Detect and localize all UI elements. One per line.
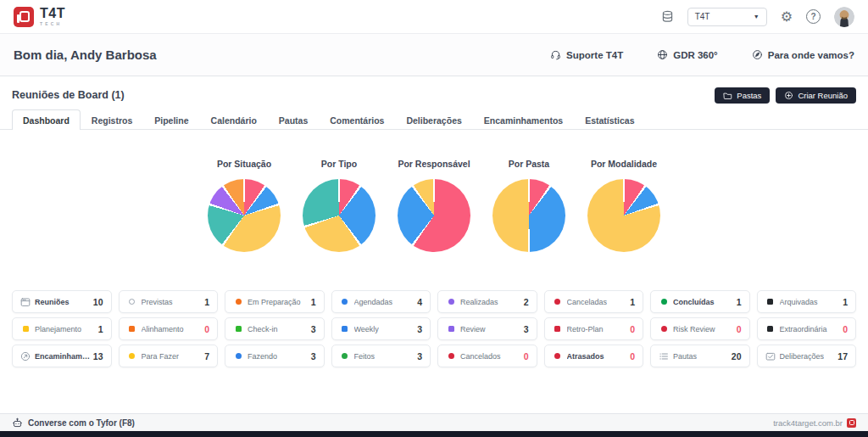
deliberacoes-icon [765,351,776,361]
pie-por-pasta[interactable] [492,179,565,252]
stat-card-cancelados[interactable]: Cancelados0 [437,345,537,367]
extraordinaria-icon [765,324,776,334]
pautas-icon [659,351,669,361]
quick-link-label: Para onde vamos? [768,50,854,60]
stat-card-alinhamento[interactable]: Alinhamento0 [119,317,219,340]
stat-value: 3 [524,324,529,334]
help-icon[interactable]: ? [806,9,821,24]
pie-chart-por-pasta: Por Pasta [492,159,566,252]
reunioes-icon [20,297,31,307]
stat-value: 7 [204,351,209,361]
pie-por-situacao[interactable] [208,179,281,252]
quick-link-suporte-t4t[interactable]: Suporte T4T [550,49,623,60]
stat-value: 4 [417,297,422,307]
tab-deliberacoes[interactable]: Deliberações [395,109,472,130]
em-preparacao-icon [233,297,243,307]
stat-card-para-fazer[interactable]: Para Fazer7 [119,345,219,367]
avatar[interactable] [834,7,854,27]
topbar-actions: T4T ▼ ⚙ ? [661,7,854,27]
tab-pipeline[interactable]: Pipeline [143,109,199,130]
stat-card-check-in[interactable]: Check-in3 [225,317,325,340]
stat-card-previstas[interactable]: Previstas1 [119,290,219,313]
retro-plan-icon [553,324,563,334]
stat-card-realizadas[interactable]: Realizadas2 [437,290,537,313]
tab-pautas[interactable]: Pautas [268,109,319,130]
org-select[interactable]: T4T ▼ [687,8,767,26]
tab-registros[interactable]: Registros [81,109,143,130]
stat-card-canceladas[interactable]: Canceladas1 [544,290,644,313]
cancelados-icon [446,351,456,361]
tab-comentarios[interactable]: Comentários [319,109,395,130]
board-section-header: Reuniões de Board (1) PastasCriar Reuniã… [0,85,868,105]
stat-card-review[interactable]: Review3 [437,317,537,340]
stat-value: 0 [737,324,742,334]
stat-card-retro-plan[interactable]: Retro-Plan0 [544,317,644,340]
quick-link-gdr-360[interactable]: GDR 360° [657,49,718,60]
board-actions: PastasCriar Reunião [715,87,856,104]
stat-card-extraordinaria[interactable]: Extraordinária0 [757,317,857,340]
stat-value: 1 [737,297,742,307]
stat-label: Risk Review [673,325,715,333]
stat-card-concluidas[interactable]: Concluídas1 [650,290,750,313]
stat-card-feitos[interactable]: Feitos3 [331,345,431,367]
org-select-value: T4T [695,12,710,21]
page-title: Bom dia, Andy Barbosa [14,48,157,62]
stat-label: Em Preparação [248,298,301,306]
stat-card-arquivadas[interactable]: Arquivadas1 [757,290,857,313]
tab-calendario[interactable]: Calendário [200,109,268,130]
quick-link-label: Suporte T4T [566,50,623,60]
t4t-logo[interactable]: T4T TECH [14,7,65,27]
tab-dashboard[interactable]: Dashboard [12,109,81,130]
quick-links: Suporte T4TGDR 360°Para onde vamos? [550,49,854,60]
tab-estatisticas[interactable]: Estatísticas [574,109,645,130]
pie-charts-row: Por SituaçãoPor TipoPor ResponsávelPor P… [0,159,868,252]
stat-card-reunioes[interactable]: Reuniões10 [12,290,112,313]
stat-card-planejamento[interactable]: Planejamento1 [12,317,112,340]
stat-label: Retro-Plan [567,325,604,333]
greeting-bar: Bom dia, Andy Barbosa Suporte T4TGDR 360… [0,34,868,76]
pie-por-tipo[interactable] [303,179,376,252]
weekly-icon [340,324,350,334]
criar-reuniao-button[interactable]: Criar Reunião [776,87,856,104]
chat-label: Converse com o Tyfor (F8) [28,418,135,428]
stat-card-fazendo[interactable]: Fazendo3 [225,345,325,367]
stat-card-agendadas[interactable]: Agendadas4 [331,290,431,313]
stat-label: Feitos [354,352,376,361]
pie-por-responsavel[interactable] [398,179,470,252]
stat-cards-grid: Reuniões10Previstas1Em Preparação1Agenda… [0,290,868,367]
stat-label: Review [460,325,486,333]
stat-card-deliberacoes[interactable]: Deliberações17 [757,345,857,367]
realizadas-icon [446,297,456,307]
database-icon[interactable] [661,10,674,23]
stat-card-em-preparacao[interactable]: Em Preparação1 [225,290,325,313]
main-content: Reuniões de Board (1) PastasCriar Reuniã… [0,76,868,413]
tyfor-chat-button[interactable]: Converse com o Tyfor (F8) [12,417,135,429]
stat-card-encaminhamentos[interactable]: Encaminhamentos13 [12,345,112,367]
quick-link-para-onde-vamos[interactable]: Para onde vamos? [752,49,854,60]
fazendo-icon [233,351,243,361]
pastas-button[interactable]: Pastas [715,87,770,104]
pie-por-modalidade[interactable] [587,179,660,252]
stat-value: 3 [311,351,316,361]
stat-label: Arquivadas [780,298,818,306]
stat-card-pautas[interactable]: Pautas20 [650,345,750,367]
tab-encaminhamentos[interactable]: Encaminhamentos [473,109,574,130]
stat-value: 3 [417,351,422,361]
stat-label: Para Fazer [142,352,180,361]
stat-label: Extraordinária [780,325,827,333]
bottom-strip [0,431,868,437]
stat-card-atrasados[interactable]: Atrasados0 [544,345,644,367]
site-link[interactable]: track4target.com.br [773,418,856,428]
globe-icon [657,49,668,60]
stat-value: 3 [311,324,316,334]
gear-icon[interactable]: ⚙ [781,8,793,25]
stat-value: 17 [837,351,848,361]
stat-label: Reuniões [35,298,70,306]
stat-value: 0 [843,324,848,334]
stat-card-risk-review[interactable]: Risk Review0 [650,317,750,340]
compass-icon [752,49,763,60]
alinhamento-icon [127,324,137,334]
stat-card-weekly[interactable]: Weekly3 [331,317,431,340]
stat-value: 1 [630,297,635,307]
folder-icon [723,91,732,100]
